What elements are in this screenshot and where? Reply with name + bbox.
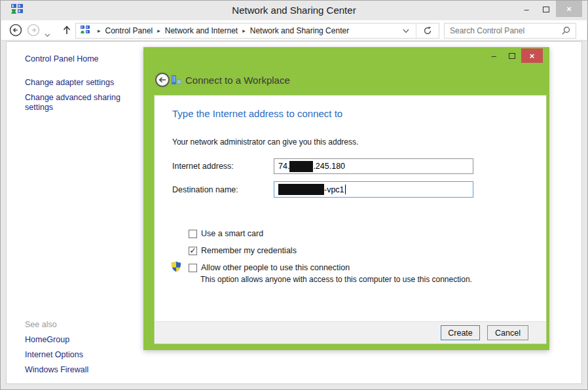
breadcrumb-network-and-internet[interactable]: Network and Internet	[165, 26, 238, 35]
sidebar-item-control-panel-home[interactable]: Control Panel Home	[25, 54, 99, 63]
main-content: Control Panel Home Change adapter settin…	[6, 41, 582, 384]
connect-workplace-dialog: – × Connect to a Workplace	[143, 47, 549, 350]
back-button[interactable]	[9, 24, 22, 39]
remember-credentials-checkbox[interactable]: ✓	[189, 247, 197, 255]
internet-address-value-prefix: 74.	[278, 162, 289, 171]
crumb-chevron-icon: ▸	[238, 27, 250, 34]
cancel-button[interactable]: Cancel	[487, 325, 528, 340]
breadcrumb-network-and-sharing-center[interactable]: Network and Sharing Center	[250, 26, 349, 35]
search-input[interactable]	[445, 26, 561, 35]
allow-other-people-label: Allow other people to use this connectio…	[201, 263, 350, 272]
redaction-box	[289, 161, 313, 172]
allow-other-people-checkbox-row[interactable]: Allow other people to use this connectio…	[189, 263, 350, 272]
dialog-close-button[interactable]: ×	[521, 48, 543, 63]
refresh-button[interactable]	[416, 24, 439, 38]
dialog-subtext: Your network administrator can give you …	[172, 137, 358, 147]
sidebar-item-change-advanced-sharing[interactable]: Change advanced sharing settings	[25, 93, 128, 113]
dialog-maximize-button[interactable]	[503, 48, 521, 63]
forward-button[interactable]	[27, 24, 40, 39]
close-icon: ×	[566, 4, 572, 14]
maximize-icon	[543, 7, 549, 12]
back-arrow-icon	[158, 77, 166, 83]
dialog-minimize-button[interactable]: –	[485, 48, 503, 63]
crumb-chevron-icon: ▸	[93, 27, 105, 34]
see-also-header: See also	[25, 320, 57, 329]
window-title: Network and Sharing Center	[1, 5, 587, 16]
breadcrumb-control-panel[interactable]: Control Panel	[105, 26, 153, 35]
title-bar: Network and Sharing Center – ×	[1, 1, 587, 20]
sidebar-item-internet-options[interactable]: Internet Options	[25, 350, 83, 359]
check-icon: ✓	[189, 247, 196, 255]
search-box	[444, 23, 576, 39]
control-panel-icon	[80, 25, 90, 37]
dialog-back-button[interactable]	[155, 73, 170, 87]
remember-credentials-checkbox-row[interactable]: ✓ Remember my credentials	[189, 246, 297, 255]
search-icon	[561, 26, 576, 35]
internet-address-label: Internet address:	[172, 162, 234, 171]
dialog-heading: Type the Internet address to connect to	[172, 108, 342, 119]
breadcrumb[interactable]: ▸ Control Panel ▸ Network and Internet ▸…	[75, 23, 439, 39]
smart-card-checkbox-row[interactable]: Use a smart card	[189, 229, 263, 238]
internet-address-input[interactable]: 74..245.180	[274, 158, 473, 174]
allow-other-people-note: This option allows anyone with access to…	[200, 275, 472, 284]
internet-address-value-suffix: .245.180	[313, 162, 345, 171]
address-dropdown-button[interactable]	[396, 24, 416, 38]
close-button[interactable]: ×	[556, 1, 582, 17]
create-button[interactable]: Create	[441, 325, 480, 340]
maximize-button[interactable]	[536, 1, 556, 18]
smart-card-checkbox[interactable]	[189, 230, 197, 238]
text-cursor	[345, 185, 346, 194]
destination-name-label: Destination name:	[172, 185, 238, 194]
destination-name-value-suffix: -vpc1	[324, 185, 344, 194]
dialog-title: Connect to a Workplace	[185, 75, 290, 86]
sidebar-item-change-adapter-settings[interactable]: Change adapter settings	[25, 78, 114, 87]
minimize-button[interactable]: –	[517, 1, 536, 18]
address-bar: ▸ Control Panel ▸ Network and Internet ▸…	[1, 20, 587, 41]
redaction-box	[278, 184, 324, 195]
recent-pages-dropdown[interactable]	[45, 28, 50, 40]
dialog-footer: Create Cancel	[155, 321, 546, 344]
up-button[interactable]	[62, 24, 72, 39]
dialog-body: Type the Internet address to connect to …	[154, 95, 547, 344]
remember-credentials-label: Remember my credentials	[201, 246, 297, 255]
maximize-icon	[509, 53, 515, 59]
sidebar-item-windows-firewall[interactable]: Windows Firewall	[25, 365, 88, 374]
close-icon: ×	[530, 51, 535, 61]
allow-other-people-checkbox[interactable]	[189, 264, 197, 272]
sidebar-item-homegroup[interactable]: HomeGroup	[25, 335, 69, 344]
minimize-icon: –	[524, 5, 528, 14]
destination-name-input[interactable]: -vpc1	[274, 181, 473, 198]
minimize-icon: –	[491, 51, 496, 61]
uac-shield-icon	[171, 261, 181, 275]
crumb-chevron-icon: ▸	[153, 27, 165, 34]
smart-card-label: Use a smart card	[201, 229, 263, 238]
workplace-buildings-icon	[170, 74, 182, 88]
network-sharing-center-window: Network and Sharing Center – ×	[0, 0, 588, 390]
